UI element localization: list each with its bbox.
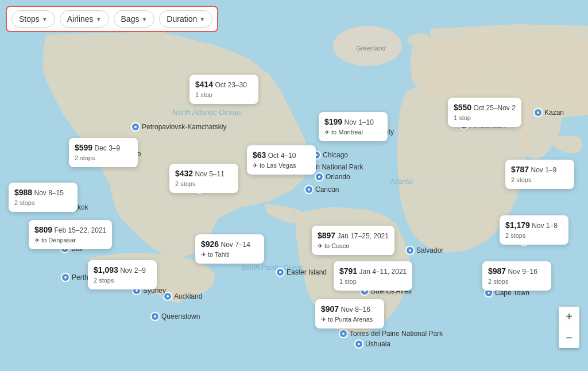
- price-card-amsterdam[interactable]: $550 Oct 25–Nov 21 stop: [448, 98, 521, 127]
- city-name-cancun: Cancún: [315, 186, 339, 194]
- price-amount-johannesburg: $987: [488, 266, 506, 276]
- price-destination-denpasar: ✈ to Denpasar: [34, 236, 106, 245]
- city-dot-ushuaia: [354, 339, 363, 349]
- city-label-kazan: Kazan: [533, 108, 564, 117]
- price-dates-anchorage: Oct 23–30: [215, 81, 247, 89]
- city-name-petropavlovsk: Petropavlovsk-Kamchatskiy: [142, 123, 226, 131]
- price-stops-bangkok: 2 stops: [14, 199, 72, 207]
- airlines-filter-button[interactable]: Airlines ▼: [60, 10, 109, 28]
- price-stops-honolulu: 2 stops: [175, 180, 233, 188]
- price-card-honolulu[interactable]: $432 Nov 5–112 stops: [169, 164, 238, 193]
- price-card-lasvegas[interactable]: $63 Oct 4–10✈ to Las Vegas: [247, 145, 316, 175]
- plane-icon-puntaarenas: ✈: [321, 315, 326, 324]
- price-destination-puntaarenas: ✈ to Punta Arenas: [321, 315, 378, 324]
- price-amount-lasvegas: $63: [253, 150, 266, 160]
- duration-filter-button[interactable]: Duration ▼: [159, 10, 212, 28]
- price-dates-tahiti: Nov 7–14: [221, 241, 250, 249]
- zoom-in-button[interactable]: +: [559, 307, 579, 327]
- price-card-mahe[interactable]: $1,179 Nov 1–82 stops: [500, 215, 568, 245]
- airlines-filter-label: Airlines: [67, 14, 94, 24]
- zoom-out-button[interactable]: −: [559, 327, 579, 348]
- price-stops-riodejaneiro: 1 stop: [339, 277, 407, 286]
- stops-filter-button[interactable]: Stops ▼: [11, 10, 55, 28]
- price-card-tahiti[interactable]: $926 Nov 7–14✈ to Tahiti: [195, 234, 264, 264]
- price-dates-cusco: Jan 17–25, 2021: [338, 232, 389, 240]
- price-card-sydney[interactable]: $1,093 Nov 2–92 stops: [88, 260, 157, 289]
- city-dot-perth: [61, 273, 70, 282]
- city-label-queenstown: Queenstown: [150, 312, 200, 321]
- price-stops-sydney: 2 stops: [94, 276, 151, 285]
- price-amount-amsterdam: $550: [454, 103, 471, 112]
- price-amount-mahe: $1,179: [505, 221, 530, 230]
- plane-icon-denpasar: ✈: [34, 236, 40, 245]
- city-dot-auckland: [163, 292, 172, 301]
- bags-filter-button[interactable]: Bags ▼: [114, 10, 155, 28]
- price-destination-tahiti: ✈ to Tahiti: [201, 250, 258, 259]
- city-label-salvador: Salvador: [405, 246, 443, 255]
- city-name-auckland: Auckland: [174, 292, 202, 300]
- price-dates-honolulu: Nov 5–11: [195, 170, 225, 178]
- city-name-ushuaia: Ushuaia: [365, 340, 390, 348]
- city-label-orlando: Orlando: [315, 172, 350, 181]
- price-card-europe2[interactable]: $787 Nov 1–92 stops: [505, 160, 574, 189]
- plane-icon-cusco: ✈: [318, 242, 323, 250]
- plane-icon-tahiti: ✈: [201, 250, 206, 259]
- airlines-chevron-icon: ▼: [96, 16, 102, 22]
- price-dates-amsterdam: Oct 25–Nov 2: [474, 104, 516, 112]
- price-card-bangkok[interactable]: $988 Nov 8–152 stops: [9, 183, 78, 212]
- price-amount-honolulu: $432: [175, 169, 193, 178]
- price-amount-denpasar: $809: [34, 225, 52, 234]
- price-amount-montreal: $199: [324, 117, 342, 126]
- price-amount-bangkok: $988: [14, 188, 32, 197]
- price-destination-lasvegas: ✈ to Las Vegas: [253, 161, 310, 170]
- stops-filter-label: Stops: [19, 14, 40, 24]
- city-dot-torres: [339, 329, 348, 338]
- duration-chevron-icon: ▼: [199, 16, 205, 22]
- price-card-anchorage[interactable]: $414 Oct 23–301 stop: [189, 75, 258, 104]
- price-card-denpasar[interactable]: $809 Feb 15–22, 2021✈ to Denpasar: [29, 220, 112, 249]
- city-label-chicago: Chicago: [312, 150, 348, 160]
- map-container: Greenland North Atlantic Ocean South Pac…: [0, 0, 588, 371]
- svg-point-3: [412, 59, 426, 79]
- price-amount-anchorage: $414: [195, 80, 213, 89]
- svg-text:Greenland: Greenland: [356, 45, 386, 52]
- city-name-queenstown: Queenstown: [161, 312, 200, 320]
- city-name-salvador: Salvador: [416, 246, 443, 254]
- city-label-easter-island: Easter Island: [276, 268, 327, 277]
- stops-chevron-icon: ▼: [42, 16, 48, 22]
- zoom-controls: + −: [559, 307, 579, 348]
- city-label-petropavlovsk: Petropavlovsk-Kamchatskiy: [131, 122, 226, 132]
- filter-bar: Stops ▼ Airlines ▼ Bags ▼ Duration ▼: [6, 6, 218, 32]
- svg-point-2: [408, 33, 431, 47]
- price-stops-anchorage: 1 stop: [195, 91, 253, 99]
- svg-text:Atlantic: Atlantic: [390, 177, 413, 186]
- city-dot-easter-island: [276, 268, 285, 277]
- price-dates-montreal: Nov 1–10: [345, 118, 374, 126]
- city-dot-queenstown: [150, 312, 160, 321]
- bags-filter-label: Bags: [121, 14, 140, 24]
- city-name-torres: Torres del Paine National Park: [350, 330, 443, 338]
- city-name-easter-island: Easter Island: [287, 268, 327, 276]
- price-card-riodejaneiro[interactable]: $791 Jan 4–11, 20211 stop: [334, 261, 412, 291]
- price-amount-europe2: $787: [511, 165, 529, 174]
- price-dates-mahe: Nov 1–8: [532, 222, 558, 230]
- plane-icon-montreal: ✈: [324, 128, 330, 137]
- price-amount-puntaarenas: $907: [321, 304, 339, 314]
- price-dates-europe2: Nov 1–9: [531, 166, 557, 174]
- price-card-tokyo[interactable]: $599 Dec 3–92 stops: [69, 138, 138, 167]
- city-label-auckland: Auckland: [163, 292, 202, 301]
- price-dates-lasvegas: Oct 4–10: [268, 152, 296, 160]
- price-card-puntaarenas[interactable]: $907 Nov 8–16✈ to Punta Arenas: [315, 299, 384, 329]
- city-dot-salvador: [405, 246, 415, 255]
- price-card-cusco[interactable]: $897 Jan 17–25, 2021✈ to Cusco: [312, 226, 394, 255]
- svg-text:North Atlantic Ocean: North Atlantic Ocean: [172, 108, 241, 117]
- price-amount-tokyo: $599: [75, 143, 92, 152]
- price-card-johannesburg[interactable]: $987 Nov 9–162 stops: [482, 261, 551, 291]
- plane-icon-lasvegas: ✈: [253, 161, 258, 170]
- city-label-torres: Torres del Paine National Park: [339, 329, 443, 338]
- city-name-orlando: Orlando: [326, 173, 350, 181]
- price-dates-bangkok: Nov 8–15: [34, 189, 64, 197]
- city-label-cancun: Cancún: [304, 185, 339, 194]
- price-stops-johannesburg: 2 stops: [488, 277, 546, 286]
- price-card-montreal[interactable]: $199 Nov 1–10✈ to Montreal: [319, 112, 388, 141]
